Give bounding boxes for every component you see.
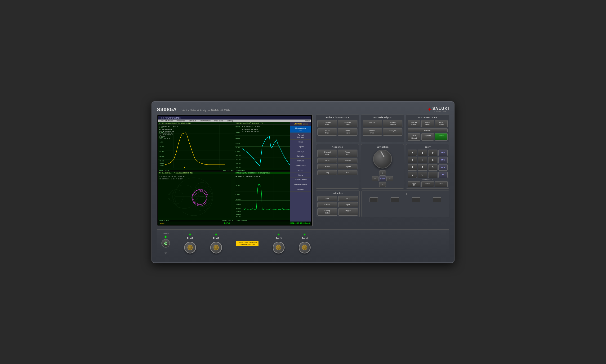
port2-connector[interactable] (210, 242, 222, 253)
key-3[interactable]: 3 (428, 164, 437, 171)
sweep-setup-btn[interactable]: SweepSetup (317, 208, 337, 216)
entry-off-btn[interactable]: EntryOff (408, 181, 421, 187)
center-btn[interactable]: Center (317, 202, 337, 207)
power-button[interactable]: ⏻ (161, 239, 170, 247)
port4-connector[interactable] (299, 242, 311, 253)
key-0[interactable]: 0 (408, 172, 417, 178)
scale-btn[interactable]: Scale (317, 164, 337, 169)
key-plusminus[interactable]: +/- (418, 172, 427, 178)
recall-state3-btn[interactable]: RecallState3 (435, 120, 448, 127)
svg-text:280.00: 280.00 (236, 132, 240, 133)
q3-footer: 3 Start 10 MHz Stop 8.5 GHz Cor I (158, 220, 235, 221)
key-backspace[interactable]: ← (428, 172, 437, 178)
avg-btn[interactable]: Avg (317, 170, 337, 175)
usb-port-1[interactable] (369, 197, 378, 202)
enter-btn[interactable]: Enter (379, 176, 386, 181)
key-6[interactable]: 6 (428, 157, 437, 163)
key-x1[interactable]: x1 (438, 172, 448, 178)
vna-menu-panel: VNA485E Menu MeasurementS22 FormatLog Ma… (290, 122, 311, 221)
key-4[interactable]: 4 (408, 157, 417, 163)
span-btn[interactable]: Span (338, 202, 358, 207)
trace-max-btn[interactable]: TraceMax (338, 150, 357, 157)
menu-response[interactable]: Response (177, 120, 185, 122)
trace-next-btn[interactable]: TraceNext (338, 128, 357, 136)
vna-item-measurement[interactable]: MeasurementS22 (290, 126, 311, 133)
vna-item-stimulus[interactable]: Stimulus (290, 158, 311, 163)
power-label: Power (163, 233, 169, 235)
meas-btn[interactable]: Meas (317, 158, 337, 163)
key-km[interactable]: k/m (438, 164, 448, 171)
vna-item-display[interactable]: Display (290, 144, 311, 149)
trigger-btn[interactable]: Trigger (338, 208, 358, 216)
vna-item-trigger[interactable]: Trigger (290, 168, 311, 173)
key-gn[interactable]: G/n (438, 150, 448, 156)
port3-connector[interactable] (273, 242, 285, 253)
resize-btn[interactable]: Resize (305, 120, 310, 122)
marker-search-btn[interactable]: MarkerSearch (383, 120, 402, 127)
preset-btn[interactable]: Preset (435, 133, 448, 141)
port1-label: Port1 (187, 237, 193, 240)
system-btn[interactable]: System (421, 133, 434, 141)
arrow-left-btn[interactable]: ⇐ (372, 176, 379, 181)
svg-text:-140.00: -140.00 (236, 155, 240, 156)
capture-btn[interactable]: Capture (408, 128, 448, 132)
key-5[interactable]: 5 (418, 157, 427, 163)
arrow-up-btn[interactable]: ↑ (379, 170, 386, 176)
power-section: Power ⏻ ⏚ (161, 233, 170, 255)
menu-setting[interactable]: Setting (227, 120, 233, 122)
key-2[interactable]: 2 (418, 164, 427, 171)
port2-led (215, 234, 217, 235)
port2-section: Port2 (210, 234, 222, 253)
svg-text:70.000: 70.000 (236, 147, 240, 148)
recall-state2-btn[interactable]: RecallState2 (421, 120, 434, 127)
menu-instr-state[interactable]: Instr State (214, 120, 223, 122)
key-9[interactable]: 9 (428, 150, 437, 156)
vna-item-marker-search[interactable]: Marker Search (290, 178, 311, 182)
vna-menu-title: VNA485E Menu (290, 122, 311, 126)
vna-item-scale[interactable]: Scale (290, 140, 311, 144)
channel-max-btn[interactable]: ChannelMax (317, 150, 337, 157)
usb-port-2[interactable] (391, 197, 399, 202)
arrow-down-btn[interactable]: ↓ (379, 182, 386, 187)
nav-knob[interactable] (373, 150, 392, 169)
port1-connector[interactable] (184, 242, 196, 253)
menu-stimulus[interactable]: Stimulus (189, 120, 196, 122)
menu-active-ch[interactable]: Active Ch/Trace (159, 120, 173, 122)
start-btn[interactable]: Start (317, 196, 337, 201)
channel-prev-btn[interactable]: ChannelPrev (317, 120, 337, 127)
entry-section: Entry 7 8 9 G/n 4 5 6 M/μ 1 2 3 k/m (406, 144, 449, 189)
marker-btn[interactable]: Marker (363, 120, 382, 127)
marker-fctn-btn[interactable]: MarkerFctn (363, 128, 382, 136)
nav-area: ↑ ⇐ Enter ⇒ ↓ (363, 150, 403, 187)
trace-prev-btn[interactable]: TracePrev (317, 128, 337, 136)
analysis-btn[interactable]: Analysis (383, 128, 402, 136)
vna-item-analysis[interactable]: Analysis (290, 187, 311, 192)
channel-next-btn[interactable]: ChannelNext (338, 120, 357, 127)
save-recall-btn[interactable]: Save/Recall (408, 133, 421, 141)
format-btn[interactable]: Format (338, 158, 357, 163)
arrow-right-btn[interactable]: ⇒ (386, 176, 393, 181)
svg-text:-4.000: -4.000 (159, 141, 163, 143)
key-mu[interactable]: M/μ (438, 157, 448, 163)
key-8[interactable]: 8 (418, 150, 427, 156)
vna-item-marker[interactable]: Marker (290, 173, 311, 178)
stop-btn[interactable]: Stop (338, 196, 358, 201)
vna-item-average[interactable]: Average (290, 149, 311, 154)
q3-plot: s1 5.7759256 GHz -26.250 / SB 171.00° 2 … (158, 174, 231, 218)
key-7[interactable]: 7 (408, 150, 417, 156)
vna-item-sweep-setup[interactable]: Sweep Setup (290, 163, 311, 168)
usb-port-4[interactable] (433, 197, 441, 202)
menu-mkr[interactable]: Mkr/Analysis (200, 120, 211, 122)
vna-item-marker-function[interactable]: Marker Function (290, 182, 311, 187)
key-1[interactable]: 1 (408, 164, 417, 171)
entry-title: Entry (408, 146, 448, 148)
vna-item-calibration[interactable]: Calibration (290, 154, 311, 158)
recall-state1-btn[interactable]: RecallState1 (408, 120, 421, 127)
cal-btn[interactable]: Cal (338, 170, 357, 175)
svg-text:Q: 8.8476: Q: 8.8476 (159, 136, 165, 138)
focus-btn[interactable]: Focus (421, 181, 434, 187)
help-btn[interactable]: Help (435, 181, 448, 187)
display-btn[interactable]: Display (338, 164, 357, 169)
vna-item-format[interactable]: FormatLog Mag (290, 133, 311, 140)
usb-port-3[interactable] (412, 197, 420, 202)
